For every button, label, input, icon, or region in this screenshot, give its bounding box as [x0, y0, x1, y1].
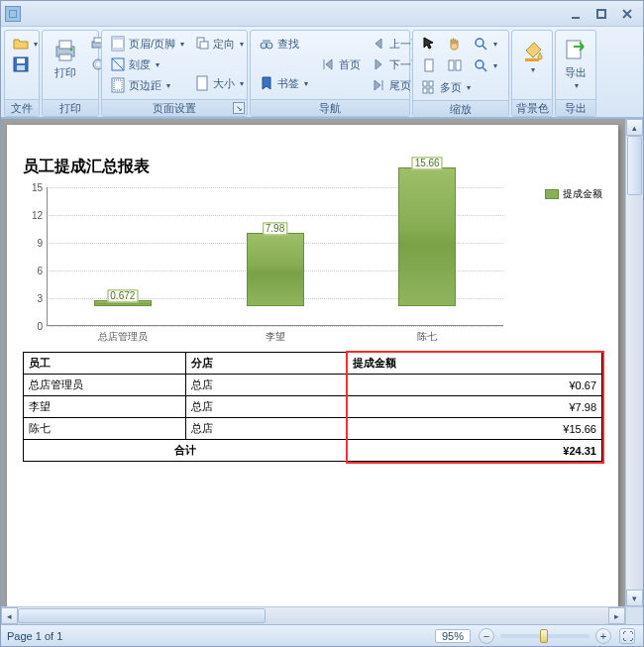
x-tick: 总店管理员	[83, 330, 162, 344]
paint-bucket-icon	[518, 37, 546, 64]
hand-tool-button[interactable]	[443, 34, 467, 54]
scale-button[interactable]: 刻度▾	[106, 54, 188, 74]
ribbon-group-label: 导航	[251, 99, 409, 116]
y-tick: 9	[25, 238, 43, 249]
chart-legend: 提成金额	[545, 187, 602, 201]
ribbon-group-export: 导出 ▾ 导出	[555, 30, 596, 117]
size-button[interactable]: 大小▾	[190, 73, 248, 93]
orientation-icon	[194, 36, 210, 52]
app-icon	[5, 6, 21, 22]
bookmark-button[interactable]: 书签▾	[255, 73, 312, 93]
data-label: 15.66	[412, 157, 443, 169]
ribbon: ▾ 文件 打印	[1, 27, 643, 118]
cell-emp: 总店管理员	[24, 375, 186, 396]
margins-icon	[110, 77, 126, 93]
scroll-right-button[interactable]: ▸	[608, 607, 625, 624]
scroll-track[interactable]	[18, 607, 608, 624]
scroll-track[interactable]	[626, 136, 643, 590]
header-footer-button[interactable]: 页眉/页脚▾	[106, 34, 188, 54]
pointer-icon	[421, 36, 437, 52]
scale-icon	[110, 56, 126, 72]
print-button[interactable]: 打印	[47, 34, 84, 83]
table-row: 总店管理员总店¥0.67	[24, 375, 602, 396]
open-button[interactable]: ▾	[9, 34, 42, 54]
table-row: 陈七总店¥15.66	[24, 418, 602, 440]
ribbon-group-label: 页面设置	[102, 99, 247, 116]
total-amount: ¥24.31	[348, 440, 602, 462]
many-pages-button[interactable]: 多页▾	[417, 77, 504, 97]
zoom-slider[interactable]	[500, 634, 590, 638]
svg-point-32	[476, 60, 483, 68]
export-button[interactable]: 导出 ▾	[557, 34, 594, 93]
preview-area: 员工提成汇总报表 提成金额 036912150.6727.9815.66 总店管…	[1, 118, 643, 624]
next-page-icon	[371, 56, 386, 72]
ribbon-group-file: ▾ 文件	[4, 30, 40, 117]
find-button[interactable]: 查找	[255, 34, 312, 54]
scroll-up-button[interactable]: ▴	[626, 119, 643, 136]
table-header-row: 员工 分店 提成金额	[24, 353, 602, 375]
zoom-out-button[interactable]: −	[479, 628, 494, 644]
floppy-icon	[13, 56, 29, 72]
x-axis	[47, 325, 503, 326]
vertical-scrollbar[interactable]: ▴ ▾	[625, 119, 643, 606]
minimize-button[interactable]	[564, 5, 588, 23]
cell-branch: 总店	[185, 375, 348, 396]
scroll-thumb[interactable]	[18, 608, 266, 623]
zoom-in-button[interactable]: +	[595, 628, 611, 644]
ribbon-group-label: 导出	[556, 99, 595, 116]
page-setup-dialog-launcher[interactable]: ↘	[233, 102, 245, 114]
y-axis	[47, 187, 48, 326]
cell-emp: 陈七	[24, 418, 186, 440]
scroll-thumb[interactable]	[627, 136, 642, 195]
ribbon-group-print: 打印 打印	[42, 30, 99, 117]
magnifier-button[interactable]: ▾	[469, 34, 501, 54]
svg-rect-1	[597, 10, 605, 18]
chart-bar	[398, 167, 456, 306]
svg-rect-36	[423, 88, 427, 93]
commission-table: 员工 分店 提成金额 总店管理员总店¥0.67李望总店¥7.98陈七总店¥15.…	[23, 352, 602, 462]
svg-rect-39	[567, 41, 581, 58]
bgcolor-button[interactable]: ▾	[513, 34, 551, 77]
orientation-button[interactable]: 定向▾	[190, 34, 248, 54]
maximize-button[interactable]	[590, 5, 613, 23]
margins-button[interactable]: 页边距▾	[106, 75, 188, 95]
col-header-emp: 员工	[24, 353, 186, 375]
legend-label: 提成金额	[563, 187, 602, 201]
first-page-button[interactable]: 首页	[316, 54, 365, 74]
ribbon-group-label: 缩放	[413, 100, 508, 117]
zoom-value[interactable]: 95%	[435, 629, 471, 643]
printer-icon	[52, 37, 79, 64]
cell-branch: 总店	[185, 396, 348, 418]
svg-rect-16	[112, 37, 124, 40]
horizontal-scrollbar[interactable]: ◂ ▸	[1, 606, 625, 624]
titlebar	[1, 1, 643, 27]
zoom-slider-thumb[interactable]	[540, 629, 548, 643]
ribbon-group-label: 打印	[43, 99, 98, 116]
zoom-pct-button[interactable]: ▾	[469, 55, 501, 75]
folder-open-icon	[13, 36, 29, 52]
svg-rect-5	[17, 58, 25, 63]
svg-rect-26	[263, 40, 270, 44]
chart-bar	[247, 233, 304, 306]
y-tick: 12	[25, 210, 43, 221]
commission-chart: 提成金额 036912150.6727.9815.66 总店管理员李望陈七	[23, 187, 602, 346]
svg-rect-29	[425, 59, 433, 71]
zoom-fit-button[interactable]: ⛶	[619, 628, 635, 644]
app-window: ▾ 文件 打印	[0, 0, 644, 647]
scroll-down-button[interactable]: ▾	[626, 590, 643, 606]
one-page-button[interactable]	[417, 55, 441, 75]
close-button[interactable]	[615, 5, 639, 23]
report-title: 员工提成汇总报表	[23, 157, 602, 177]
scroll-left-button[interactable]: ◂	[1, 607, 18, 624]
cell-branch: 总店	[185, 418, 348, 440]
svg-rect-9	[59, 54, 71, 60]
svg-line-33	[483, 67, 486, 71]
pointer-tool-button[interactable]	[417, 34, 441, 54]
svg-line-28	[483, 46, 486, 50]
svg-rect-31	[456, 60, 461, 70]
svg-rect-37	[429, 88, 433, 93]
svg-rect-22	[200, 42, 208, 49]
svg-rect-6	[17, 65, 25, 70]
save-button[interactable]	[9, 54, 42, 74]
two-page-button[interactable]	[443, 55, 467, 75]
